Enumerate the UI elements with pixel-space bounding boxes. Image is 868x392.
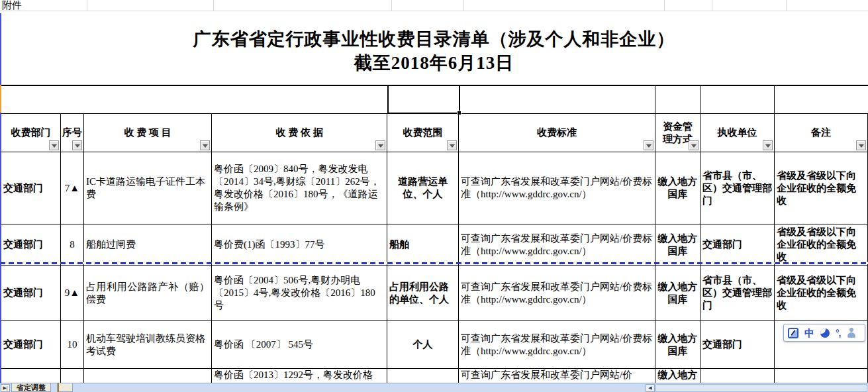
hscroll-track[interactable] bbox=[655, 384, 867, 392]
header-label: 序号 bbox=[62, 126, 82, 139]
sheet-tab-insert[interactable] bbox=[57, 383, 73, 392]
hscroll-left-arrow[interactable]: ◀ bbox=[646, 384, 655, 392]
spreadsheet-window: 附件 广东省省定行政事业性收费目录清单（涉及个人和非企业） 截至2018年6月1… bbox=[0, 0, 868, 392]
attachment-cell[interactable]: 附件 bbox=[2, 0, 22, 11]
cell-fund[interactable]: 缴入地方国库 bbox=[655, 152, 700, 224]
filter-button[interactable] bbox=[49, 140, 59, 150]
table-row: 粤价函〔2013〕1292号，粤发改价格 可查询广东省发展和改革委门户网站/价 … bbox=[1, 369, 868, 384]
cell-remark[interactable] bbox=[775, 369, 868, 384]
filter-button[interactable] bbox=[763, 140, 773, 150]
filter-button[interactable] bbox=[200, 140, 210, 150]
filter-button[interactable] bbox=[375, 140, 385, 150]
ime-halfwidth-moon-icon[interactable] bbox=[820, 328, 830, 338]
cell-standard[interactable]: 可查询广东省发展和改革委门户网站/价费标准（http://www.gddrc.g… bbox=[459, 224, 655, 266]
filter-button[interactable] bbox=[689, 140, 699, 150]
header-fund[interactable]: 资金管理方式 bbox=[655, 114, 700, 152]
cell-unit[interactable]: 交通部门 bbox=[700, 321, 775, 369]
chevron-down-icon bbox=[75, 144, 80, 148]
cell-basis[interactable]: 粤价函〔2009〕840号，粤发改发电〔2014〕34号,粤财综〔2011〕26… bbox=[212, 152, 387, 224]
sheet-icon bbox=[58, 383, 59, 392]
gridline bbox=[712, 0, 712, 11]
active-cell-selection[interactable] bbox=[387, 85, 460, 114]
cell-item[interactable]: IC卡道路运输电子证件工本费 bbox=[84, 152, 212, 224]
cell-empty[interactable] bbox=[700, 86, 775, 114]
cell-dept[interactable]: 交通部门 bbox=[1, 152, 61, 224]
cell-remark[interactable]: 省级及省级以下向企业征收的全额免收 bbox=[775, 152, 868, 224]
ime-logo-icon[interactable] bbox=[788, 328, 798, 338]
cell-empty[interactable] bbox=[212, 86, 387, 114]
cell-dept[interactable]: 交通部门 bbox=[1, 321, 61, 369]
cell-unit[interactable]: 省市县（市、区）交通管理部门 bbox=[700, 266, 775, 321]
cell-dept[interactable]: 交通部门 bbox=[1, 224, 61, 266]
filter-button[interactable] bbox=[856, 140, 866, 150]
cell-empty[interactable] bbox=[61, 86, 84, 114]
cell-item[interactable]: 占用利用公路路产补（赔）偿费 bbox=[84, 266, 212, 321]
header-item[interactable]: 收 费 项 目 bbox=[84, 114, 212, 152]
cell-unit[interactable]: 交通部门 bbox=[700, 224, 775, 266]
cell-empty[interactable] bbox=[459, 86, 655, 114]
cell-standard[interactable]: 可查询广东省发展和改革委门户网站/价费标准（http://www.gddrc.g… bbox=[459, 266, 655, 321]
gridline bbox=[87, 0, 87, 11]
filter-button[interactable] bbox=[447, 140, 457, 150]
cell-scope[interactable] bbox=[387, 369, 459, 384]
cell-scope[interactable]: 道路营运单位、个人 bbox=[387, 152, 459, 224]
cell-fund[interactable]: 缴入地方国库 bbox=[655, 224, 700, 266]
sheet-tab-active[interactable]: 省定调整 bbox=[11, 383, 51, 392]
cell-no[interactable] bbox=[61, 369, 84, 384]
empty-row bbox=[1, 86, 868, 114]
header-label: 执收单位 bbox=[718, 126, 757, 139]
header-scope[interactable]: 收费范围 bbox=[387, 114, 459, 152]
chevron-down-icon bbox=[691, 144, 697, 148]
cell-fund[interactable]: 缴入地方国库 bbox=[655, 266, 700, 321]
ime-punctuation-button[interactable]: °, bbox=[836, 328, 841, 338]
cell-empty[interactable] bbox=[84, 86, 212, 114]
cell-no[interactable]: 9▲ bbox=[61, 266, 84, 321]
ime-chinese-mode-button[interactable]: 中 bbox=[804, 328, 814, 338]
cell-empty[interactable] bbox=[655, 86, 700, 114]
cell-unit[interactable]: 省市县（市、区）交通管理部门 bbox=[700, 152, 775, 224]
title-cell[interactable]: 广东省省定行政事业性收费目录清单（涉及个人和非企业） 截至2018年6月13日 bbox=[0, 11, 868, 85]
cell-standard[interactable]: 可查询广东省发展和改革委门户网站/价费标准（http://www.gddrc.g… bbox=[459, 152, 655, 224]
cell-item[interactable] bbox=[84, 369, 212, 384]
cell-no[interactable]: 8 bbox=[61, 224, 84, 266]
cell-basis[interactable]: 粤价费(1)函〔1993〕77号 bbox=[212, 224, 387, 266]
cell-item[interactable]: 船舶过闸费 bbox=[84, 224, 212, 266]
cell-scope[interactable]: 船舶 bbox=[387, 224, 459, 266]
sheet-tab-bar: ▶| 省定调整 ◀ bbox=[0, 383, 868, 392]
header-no[interactable]: 序号 bbox=[61, 114, 84, 152]
cell-basis[interactable]: 粤价函 〔2007〕 545号 bbox=[212, 321, 387, 369]
header-label: 备注 bbox=[811, 126, 831, 139]
header-label: 收费标准 bbox=[537, 126, 577, 139]
header-standard[interactable]: 收费标准 bbox=[459, 114, 655, 152]
cell-empty[interactable] bbox=[1, 86, 61, 114]
header-dept[interactable]: 收费部门 bbox=[1, 114, 61, 152]
cell-basis[interactable]: 粤价函〔2013〕1292号，粤发改价格 bbox=[212, 369, 387, 384]
cell-standard[interactable]: 可查询广东省发展和改革委门户网站/价 bbox=[459, 369, 655, 384]
ime-toolbar: 中 °, bbox=[783, 324, 865, 342]
cell-remark[interactable]: 省级及省级以下向企业征收的全额免收 bbox=[775, 266, 868, 321]
gridline bbox=[391, 0, 392, 11]
cell-basis[interactable]: 粤价函〔2004〕506号,粤财办明电〔2015〕4号,粤发改价格〔2016〕1… bbox=[212, 266, 387, 321]
cell-standard[interactable]: 可查询广东省发展和改革委门户网站/价费标准（http://www.gddrc.g… bbox=[459, 321, 655, 369]
cell-no[interactable]: 10 bbox=[61, 321, 84, 369]
horizontal-page-break-line bbox=[0, 262, 868, 264]
filter-button[interactable] bbox=[644, 140, 653, 150]
cell-item[interactable]: 机动车驾驶培训教练员资格考试费 bbox=[84, 321, 212, 369]
tab-nav-last-button[interactable]: ▶| bbox=[1, 384, 10, 392]
cell-dept[interactable] bbox=[1, 369, 61, 384]
header-remark[interactable]: 备注 bbox=[775, 114, 868, 152]
cell-dept[interactable]: 交通部门 bbox=[1, 266, 61, 321]
header-unit[interactable]: 执收单位 bbox=[700, 114, 775, 152]
filter-button[interactable] bbox=[72, 140, 82, 150]
header-basis[interactable]: 收 费 依 据 bbox=[212, 114, 387, 152]
cell-remark[interactable]: 省级及省级以下向企业征收的全额免收 bbox=[775, 224, 868, 266]
cell-fund[interactable]: 缴入地方 bbox=[655, 369, 700, 384]
cell-empty[interactable] bbox=[775, 86, 868, 114]
ime-user-icon[interactable] bbox=[847, 328, 856, 338]
cell-scope[interactable]: 个人 bbox=[387, 321, 459, 369]
cell-no[interactable]: 7▲ bbox=[61, 152, 84, 224]
cell-unit[interactable] bbox=[700, 369, 775, 384]
cell-fund[interactable]: 缴入地方国库 bbox=[655, 321, 700, 369]
sheet-top-row: 附件 bbox=[0, 0, 868, 11]
cell-scope[interactable]: 占用利用公路的单位、个人 bbox=[387, 266, 459, 321]
